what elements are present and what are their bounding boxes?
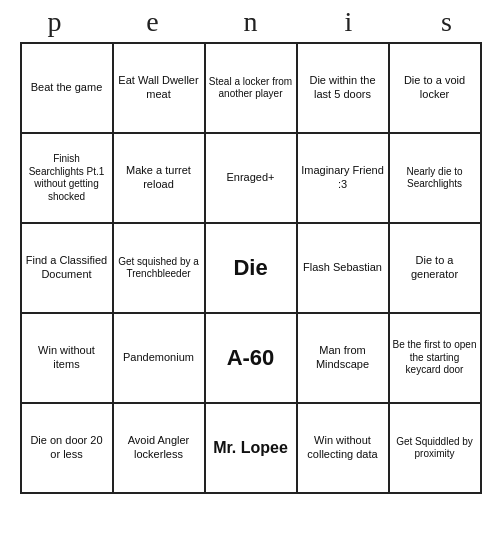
bingo-grid: Beat the gameEat Wall Dweller meatSteal …: [20, 42, 482, 494]
header-letter-n: n: [205, 6, 297, 38]
bingo-cell-1[interactable]: Eat Wall Dweller meat: [114, 44, 206, 134]
bingo-cell-8[interactable]: Imaginary Friend :3: [298, 134, 390, 224]
header-letter-i: i: [303, 6, 395, 38]
bingo-cell-23[interactable]: Win without collecting data: [298, 404, 390, 494]
bingo-cell-21[interactable]: Avoid Angler lockerless: [114, 404, 206, 494]
bingo-cell-7[interactable]: Enraged+: [206, 134, 298, 224]
bingo-cell-0[interactable]: Beat the game: [22, 44, 114, 134]
bingo-cell-13[interactable]: Flash Sebastian: [298, 224, 390, 314]
header-letter-p: p: [9, 6, 101, 38]
bingo-cell-16[interactable]: Pandemonium: [114, 314, 206, 404]
bingo-cell-10[interactable]: Find a Classified Document: [22, 224, 114, 314]
bingo-cell-18[interactable]: Man from Mindscape: [298, 314, 390, 404]
header-letter-s: s: [401, 6, 493, 38]
bingo-cell-14[interactable]: Die to a generator: [390, 224, 482, 314]
bingo-cell-5[interactable]: Finish Searchlights Pt.1 without getting…: [22, 134, 114, 224]
header-letter-e: e: [107, 6, 199, 38]
bingo-cell-2[interactable]: Steal a locker from another player: [206, 44, 298, 134]
bingo-cell-9[interactable]: Nearly die to Searchlights: [390, 134, 482, 224]
bingo-cell-3[interactable]: Die within the last 5 doors: [298, 44, 390, 134]
bingo-cell-24[interactable]: Get Squiddled by proximity: [390, 404, 482, 494]
bingo-cell-11[interactable]: Get squished by a Trenchbleeder: [114, 224, 206, 314]
bingo-cell-20[interactable]: Die on door 20 or less: [22, 404, 114, 494]
bingo-cell-15[interactable]: Win without items: [22, 314, 114, 404]
bingo-cell-17[interactable]: A-60: [206, 314, 298, 404]
bingo-cell-4[interactable]: Die to a void locker: [390, 44, 482, 134]
bingo-cell-19[interactable]: Be the first to open the starting keycar…: [390, 314, 482, 404]
bingo-cell-22[interactable]: Mr. Lopee: [206, 404, 298, 494]
bingo-cell-6[interactable]: Make a turret reload: [114, 134, 206, 224]
bingo-header: p e n i s: [6, 0, 496, 42]
bingo-cell-12[interactable]: Die: [206, 224, 298, 314]
